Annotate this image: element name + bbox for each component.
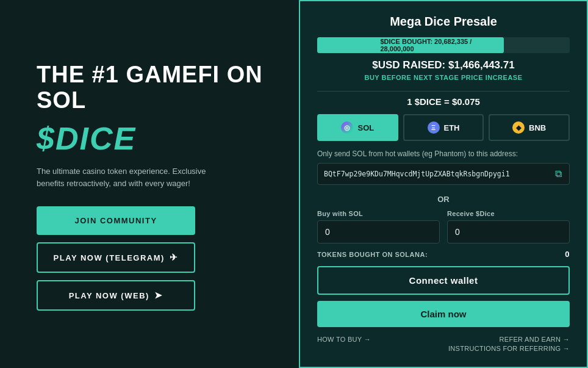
- sol-icon: ◎: [341, 121, 353, 134]
- play-web-button[interactable]: PLAY NOW (WEB) ➤: [37, 280, 195, 311]
- receive-col: Receive $Dice: [447, 210, 570, 244]
- play-telegram-button[interactable]: PLAY NOW (TELEGRAM) ✈: [37, 242, 195, 273]
- receive-input[interactable]: [447, 220, 570, 244]
- progress-label: $DICE BOUGHT: 20,682,335 / 28,000,000: [381, 38, 507, 52]
- presale-panel: Mega Dice Presale $DICE BOUGHT: 20,682,3…: [299, 0, 588, 368]
- bnb-icon: ◆: [512, 121, 525, 134]
- address-box: BQtF7wp29e9KDu7MHqvcdMjtUpZXABtqkRsbgnDp…: [317, 163, 570, 185]
- tagline: The ultimate casino token experience. Ex…: [37, 165, 232, 189]
- copy-address-button[interactable]: ⧉: [554, 168, 563, 179]
- buy-label: Buy with SOL: [317, 210, 440, 217]
- address-hint: Only send SOL from hot wallets (eg Phant…: [317, 150, 570, 158]
- refer-earn-link[interactable]: REFER AND EARN →: [500, 336, 570, 343]
- buy-col: Buy with SOL: [317, 210, 440, 244]
- web-label: PLAY NOW (WEB): [69, 291, 149, 300]
- divider: [317, 91, 570, 92]
- receive-label: Receive $Dice: [447, 210, 570, 217]
- progress-bar: $DICE BOUGHT: 20,682,335 / 28,000,000: [317, 37, 570, 53]
- tokens-bought-value: 0: [565, 250, 570, 259]
- connect-wallet-button[interactable]: Connect wallet: [317, 266, 570, 295]
- instructions-link[interactable]: INSTRUCTIONS FOR REFERRING →: [448, 345, 570, 352]
- eth-label: ETH: [444, 123, 460, 132]
- footer-right: REFER AND EARN → INSTRUCTIONS FOR REFERR…: [448, 336, 570, 352]
- next-stage-label: BUY BEFORE NEXT STAGE PRICE INCREASE: [317, 74, 570, 81]
- wallet-address: BQtF7wp29e9KDu7MHqvcdMjtUpZXABtqkRsbgnDp…: [324, 170, 549, 178]
- exchange-rate: 1 $DICE = $0.075: [317, 96, 570, 107]
- or-divider: OR: [317, 195, 570, 204]
- buy-receive-row: Buy with SOL Receive $Dice: [317, 210, 570, 244]
- how-to-buy-link[interactable]: HOW TO BUY →: [317, 336, 371, 352]
- buy-input[interactable]: [317, 220, 440, 244]
- token-tabs: ◎ SOL Ξ ETH ◆ BNB: [317, 114, 570, 141]
- tab-eth[interactable]: Ξ ETH: [403, 114, 484, 141]
- telegram-label: PLAY NOW (TELEGRAM): [54, 253, 165, 262]
- claim-now-button[interactable]: Claim now: [317, 301, 570, 327]
- sol-label: SOL: [357, 123, 374, 132]
- dice-logo: $DICE: [37, 120, 274, 157]
- tab-bnb[interactable]: ◆ BNB: [489, 114, 570, 141]
- tab-sol[interactable]: ◎ SOL: [317, 114, 398, 141]
- left-panel: THE #1 GAMEFI ON SOL $DICE The ultimate …: [0, 0, 299, 368]
- usd-raised: $USD RAISED: $1,466,443.71: [317, 59, 570, 71]
- bnb-label: BNB: [529, 123, 546, 132]
- main-headline: THE #1 GAMEFI ON SOL: [37, 62, 274, 114]
- tokens-bought-row: TOKENS BOUGHT ON SOLANA: 0: [317, 250, 570, 259]
- footer-links: HOW TO BUY → REFER AND EARN → INSTRUCTIO…: [317, 336, 570, 352]
- presale-title: Mega Dice Presale: [317, 15, 570, 29]
- join-community-button[interactable]: JOIN COMMUNITY: [37, 206, 195, 235]
- eth-icon: Ξ: [428, 121, 440, 134]
- web-icon: ➤: [154, 290, 163, 301]
- tokens-bought-label: TOKENS BOUGHT ON SOLANA:: [317, 251, 428, 258]
- telegram-icon: ✈: [170, 252, 179, 263]
